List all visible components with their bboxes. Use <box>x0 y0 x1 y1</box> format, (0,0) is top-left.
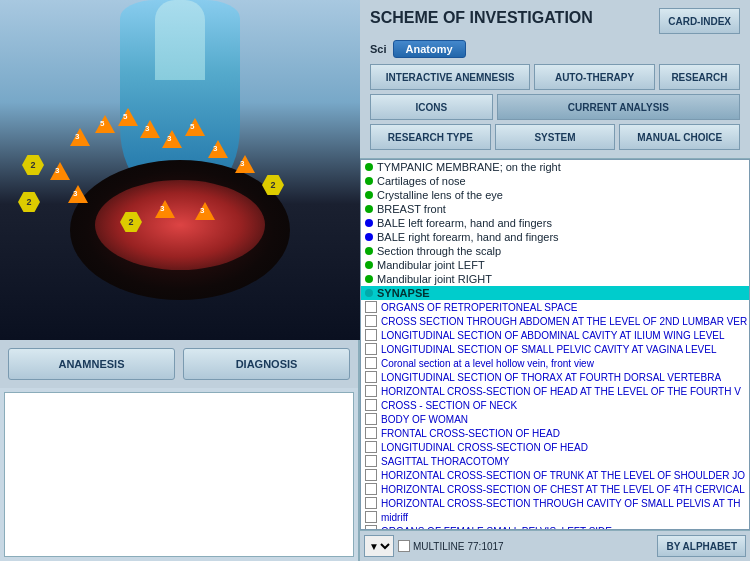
diagnosis-button[interactable]: DIAGNOSIS <box>183 348 350 380</box>
list-item[interactable]: LONGITUDINAL SECTION OF SMALL PELVIC CAV… <box>361 342 749 356</box>
list-item-synapse[interactable]: SYNAPSE <box>361 286 749 300</box>
hex-badge: 2 <box>120 212 142 232</box>
list-item[interactable]: Coronal section at a level hollow vein, … <box>361 356 749 370</box>
marker-tri-8: 3 <box>235 155 255 173</box>
items-list[interactable]: TYMPANIC MEMBRANE; on the right Cartilag… <box>360 159 750 530</box>
text-area <box>4 392 354 557</box>
marker-tri-12: 3 <box>195 202 215 220</box>
list-item[interactable]: TYMPANIC MEMBRANE; on the right <box>361 160 749 174</box>
marker-tri-11: 3 <box>155 200 175 218</box>
checkbox[interactable] <box>365 497 377 509</box>
page-select[interactable]: ▼ <box>364 535 394 557</box>
marker-tri-4: 3 <box>140 120 160 138</box>
list-item[interactable]: CROSS SECTION THROUGH ABDOMEN AT THE LEV… <box>361 314 749 328</box>
auto-therapy-button[interactable]: AUTO-THERAPY <box>534 64 655 90</box>
checkbox[interactable] <box>365 511 377 523</box>
marker-hex-3: 2 <box>262 175 284 195</box>
btn-row-2: ICONS CURRENT ANALYSIS <box>370 94 740 120</box>
research-button[interactable]: RESEARCH <box>659 64 740 90</box>
checkbox[interactable] <box>365 343 377 355</box>
dot-green-icon <box>365 205 373 213</box>
checkbox[interactable] <box>365 413 377 425</box>
checkbox[interactable] <box>365 455 377 467</box>
count-text: 77:1017 <box>468 541 504 552</box>
marker-tri-7: 3 <box>208 140 228 158</box>
list-item[interactable]: Mandibular joint RIGHT <box>361 272 749 286</box>
list-item[interactable]: HORIZONTAL CROSS-SECTION OF TRUNK AT THE… <box>361 468 749 482</box>
right-panel: SCHEME OF INVESTIGATION CARD-INDEX Sci A… <box>360 0 750 561</box>
checkbox[interactable] <box>365 469 377 481</box>
manual-choice-button[interactable]: MANUAL CHOICE <box>619 124 740 150</box>
marker-hex-2: 2 <box>18 192 40 212</box>
dot-blue-icon <box>365 233 373 241</box>
research-type-button[interactable]: RESEARCH TYPE <box>370 124 491 150</box>
search-row: Sci Anatomy <box>370 40 740 58</box>
list-item[interactable]: SAGITTAL THORACOTOMY <box>361 454 749 468</box>
dot-green-icon <box>365 191 373 199</box>
marker-tri-1: 3 <box>70 128 90 146</box>
checkbox[interactable] <box>365 385 377 397</box>
left-panel: 2 2 3 5 5 3 <box>0 0 360 561</box>
dot-blue-icon <box>365 219 373 227</box>
marker-tri-3: 5 <box>118 108 138 126</box>
dot-green-icon <box>365 177 373 185</box>
checkbox[interactable] <box>365 427 377 439</box>
checkbox[interactable] <box>365 441 377 453</box>
current-analysis-button[interactable]: CURRENT ANALYSIS <box>497 94 740 120</box>
card-index-button[interactable]: CARD-INDEX <box>659 8 740 34</box>
list-item[interactable]: HORIZONTAL CROSS-SECTION OF CHEST AT THE… <box>361 482 749 496</box>
marker-hex-4: 2 <box>120 212 142 232</box>
list-item[interactable]: BREAST front <box>361 202 749 216</box>
checkbox[interactable] <box>365 399 377 411</box>
icons-button[interactable]: ICONS <box>370 94 493 120</box>
hex-badge: 2 <box>22 155 44 175</box>
list-item[interactable]: midriff <box>361 510 749 524</box>
system-button[interactable]: SYSTEM <box>495 124 616 150</box>
multiline-label: MULTILINE 77:1017 <box>398 540 504 552</box>
dot-green-icon <box>365 275 373 283</box>
list-item[interactable]: LONGITUDINAL SECTION OF THORAX AT FOURTH… <box>361 370 749 384</box>
dot-cyan-icon <box>365 289 373 297</box>
anamnesis-button[interactable]: ANAMNESIS <box>8 348 175 380</box>
marker-tri-5: 3 <box>162 130 182 148</box>
interactive-anemnesis-button[interactable]: INTERACTIVE ANEMNESIS <box>370 64 530 90</box>
list-item[interactable]: Mandibular joint LEFT <box>361 258 749 272</box>
list-item[interactable]: Section through the scalp <box>361 244 749 258</box>
dot-green-icon <box>365 163 373 171</box>
dot-green-icon <box>365 247 373 255</box>
list-item[interactable]: BALE right forearm, hand and fingers <box>361 230 749 244</box>
list-item[interactable]: HORIZONTAL CROSS-SECTION THROUGH CAVITY … <box>361 496 749 510</box>
checkbox[interactable] <box>365 315 377 327</box>
checkbox[interactable] <box>365 371 377 383</box>
anatomy-image: 2 2 3 5 5 3 <box>0 0 360 340</box>
list-item[interactable]: CROSS - SECTION OF NECK <box>361 398 749 412</box>
list-item[interactable]: LONGITUDINAL CROSS-SECTION OF HEAD <box>361 440 749 454</box>
alphabet-button[interactable]: BY ALPHABET <box>657 535 746 557</box>
hex-badge: 2 <box>262 175 284 195</box>
marker-hex-1: 2 <box>22 155 44 175</box>
marker-tri-9: 3 <box>50 162 70 180</box>
hex-badge: 2 <box>18 192 40 212</box>
bottom-bar: ▼ MULTILINE 77:1017 BY ALPHABET <box>360 530 750 561</box>
list-item[interactable]: FRONTAL CROSS-SECTION OF HEAD <box>361 426 749 440</box>
marker-tri-6: 5 <box>185 118 205 136</box>
multiline-text: MULTILINE <box>413 541 465 552</box>
multiline-checkbox[interactable] <box>398 540 410 552</box>
list-item[interactable]: BODY OF WOMAN <box>361 412 749 426</box>
list-item[interactable]: LONGITUDINAL SECTION OF ABDOMINAL CAVITY… <box>361 328 749 342</box>
checkbox[interactable] <box>365 357 377 369</box>
list-item[interactable]: Crystalline lens of the eye <box>361 188 749 202</box>
btn-row-3: RESEARCH TYPE SYSTEM MANUAL CHOICE <box>370 124 740 150</box>
list-item[interactable]: BALE left forearm, hand and fingers <box>361 216 749 230</box>
scheme-title: SCHEME OF INVESTIGATION <box>370 9 593 27</box>
list-item[interactable]: ORGANS OF RETROPERITONEAL SPACE <box>361 300 749 314</box>
checkbox[interactable] <box>365 301 377 313</box>
right-header: SCHEME OF INVESTIGATION CARD-INDEX Sci A… <box>360 0 750 159</box>
marker-tri-10: 3 <box>68 185 88 203</box>
search-label: Sci <box>370 43 387 55</box>
list-item[interactable]: Cartilages of nose <box>361 174 749 188</box>
checkbox[interactable] <box>365 483 377 495</box>
checkbox[interactable] <box>365 329 377 341</box>
list-item[interactable]: HORIZONTAL CROSS-SECTION OF HEAD AT THE … <box>361 384 749 398</box>
anatomy-button[interactable]: Anatomy <box>393 40 466 58</box>
